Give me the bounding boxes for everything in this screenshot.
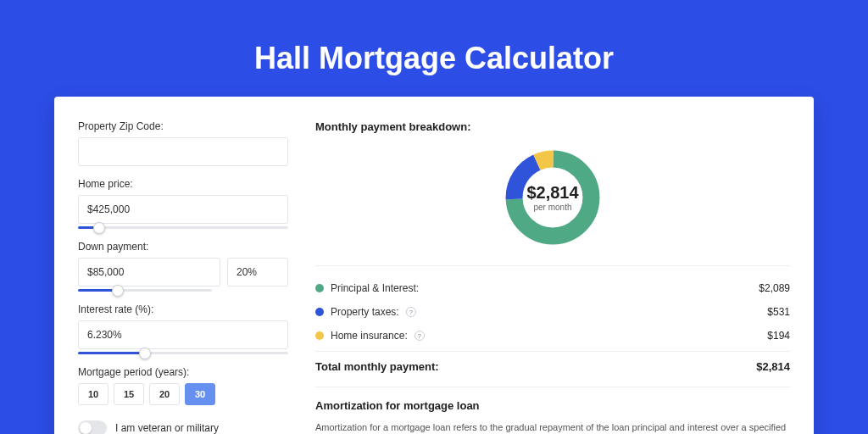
- interest-input[interactable]: [78, 320, 288, 349]
- donut-sub: per month: [533, 203, 571, 212]
- slider-thumb[interactable]: [139, 348, 151, 359]
- legend-value: $2,089: [759, 282, 790, 294]
- down-payment-block: Down payment:: [78, 241, 288, 292]
- period-option-20[interactable]: 20: [149, 383, 180, 405]
- input-panel: Property Zip Code: Home price: Down paym…: [78, 120, 288, 429]
- donut-chart-wrap: $2,814 per month: [315, 147, 790, 248]
- legend-value: $194: [767, 330, 790, 342]
- period-label: Mortgage period (years):: [78, 366, 288, 378]
- zip-input[interactable]: [78, 137, 288, 166]
- slider-thumb[interactable]: [112, 285, 124, 297]
- home-price-input[interactable]: [78, 195, 288, 224]
- total-label: Total monthly payment:: [315, 360, 439, 373]
- period-option-10[interactable]: 10: [78, 383, 108, 405]
- total-value: $2,814: [756, 360, 790, 373]
- legend-label: Property taxes:: [331, 306, 399, 318]
- zip-block: Property Zip Code:: [78, 120, 288, 166]
- down-payment-pct-input[interactable]: [227, 258, 288, 287]
- legend-row: Home insurance:?$194: [315, 324, 790, 348]
- down-payment-label: Down payment:: [78, 241, 288, 253]
- interest-label: Interest rate (%):: [78, 303, 288, 315]
- down-payment-amount-input[interactable]: [78, 258, 220, 287]
- total-row: Total monthly payment: $2,814: [315, 351, 790, 373]
- period-option-30[interactable]: 30: [185, 383, 215, 405]
- home-price-label: Home price:: [78, 178, 288, 190]
- period-block: Mortgage period (years): 10152030: [78, 366, 288, 405]
- home-price-block: Home price:: [78, 178, 288, 229]
- legend-dot: [315, 331, 324, 340]
- slider-thumb[interactable]: [93, 222, 105, 234]
- period-option-15[interactable]: 15: [114, 383, 144, 405]
- toggle-knob: [80, 422, 92, 434]
- veteran-toggle[interactable]: [78, 420, 107, 434]
- donut-chart: $2,814 per month: [502, 147, 604, 248]
- zip-label: Property Zip Code:: [78, 120, 288, 132]
- donut-center: $2,814 per month: [502, 147, 604, 248]
- amortization-section: Amortization for mortgage loan Amortizat…: [315, 387, 790, 434]
- interest-slider[interactable]: [78, 352, 288, 354]
- legend-list: Principal & Interest:$2,089Property taxe…: [315, 265, 790, 348]
- legend-row: Principal & Interest:$2,089: [315, 276, 790, 300]
- down-payment-slider[interactable]: [78, 289, 212, 292]
- veteran-label: I am veteran or military: [115, 422, 219, 434]
- legend-dot: [315, 308, 324, 316]
- veteran-row: I am veteran or military: [78, 420, 288, 434]
- calculator-card: Property Zip Code: Home price: Down paym…: [54, 97, 814, 434]
- legend-row: Property taxes:?$531: [315, 300, 790, 324]
- amort-text: Amortization for a mortgage loan refers …: [315, 420, 790, 434]
- legend-value: $531: [767, 306, 790, 318]
- donut-amount: $2,814: [526, 183, 578, 203]
- interest-block: Interest rate (%):: [78, 303, 288, 354]
- breakdown-panel: Monthly payment breakdown: $2,814 per mo…: [315, 120, 790, 429]
- legend-label: Home insurance:: [331, 330, 408, 342]
- legend-label: Principal & Interest:: [331, 282, 419, 294]
- help-icon[interactable]: ?: [415, 331, 425, 341]
- period-options: 10152030: [78, 383, 288, 405]
- amort-title: Amortization for mortgage loan: [315, 399, 790, 412]
- page-title: Hall Mortgage Calculator: [0, 0, 868, 97]
- legend-dot: [315, 284, 324, 292]
- help-icon[interactable]: ?: [406, 307, 416, 317]
- breakdown-title: Monthly payment breakdown:: [315, 120, 790, 133]
- home-price-slider[interactable]: [78, 226, 288, 229]
